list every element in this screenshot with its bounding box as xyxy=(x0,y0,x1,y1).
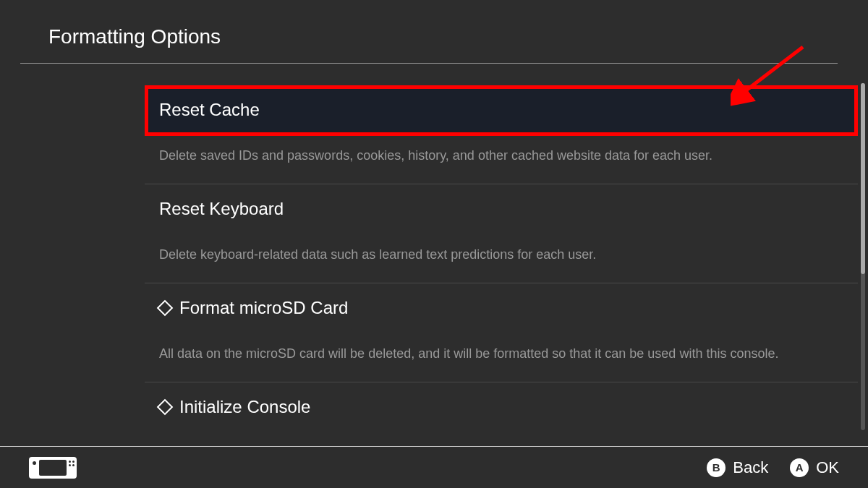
option-initialize-console[interactable]: Initialize Console xyxy=(145,382,858,433)
diamond-icon xyxy=(157,299,174,316)
option-label: Reset Cache xyxy=(159,100,260,120)
options-list: Reset Cache Delete saved IDs and passwor… xyxy=(145,64,858,433)
option-format-sd-group: Format microSD Card All data on the micr… xyxy=(145,283,858,382)
option-format-sd-desc: All data on the microSD card will be del… xyxy=(145,334,858,382)
option-reset-keyboard[interactable]: Reset Keyboard xyxy=(145,184,858,235)
option-initialize-console-group: Initialize Console xyxy=(145,382,858,433)
option-reset-cache-desc: Delete saved IDs and passwords, cookies,… xyxy=(145,136,858,184)
footer-buttons: B Back A OK xyxy=(707,458,839,477)
diamond-icon xyxy=(157,398,174,415)
option-label: Reset Keyboard xyxy=(159,199,284,219)
option-reset-cache[interactable]: Reset Cache xyxy=(145,85,858,136)
b-button-icon: B xyxy=(707,458,726,477)
back-label: Back xyxy=(733,458,768,477)
page-header: Formatting Options xyxy=(0,0,858,63)
ok-label: OK xyxy=(816,458,839,477)
option-reset-keyboard-desc: Delete keyboard-related data such as lea… xyxy=(145,235,858,283)
page-title: Formatting Options xyxy=(48,25,858,48)
footer-bar: B Back A OK xyxy=(0,446,868,488)
option-label: Format microSD Card xyxy=(179,298,348,318)
scrollbar-thumb[interactable] xyxy=(861,83,865,274)
back-button[interactable]: B Back xyxy=(707,458,768,477)
option-label: Initialize Console xyxy=(179,397,310,417)
option-reset-keyboard-group: Reset Keyboard Delete keyboard-related d… xyxy=(145,184,858,283)
a-button-icon: A xyxy=(790,458,809,477)
ok-button[interactable]: A OK xyxy=(790,458,839,477)
option-format-microsd[interactable]: Format microSD Card xyxy=(145,283,858,334)
option-reset-cache-group: Reset Cache Delete saved IDs and passwor… xyxy=(145,85,858,184)
console-icon[interactable] xyxy=(29,457,77,479)
scrollbar[interactable] xyxy=(861,83,865,430)
